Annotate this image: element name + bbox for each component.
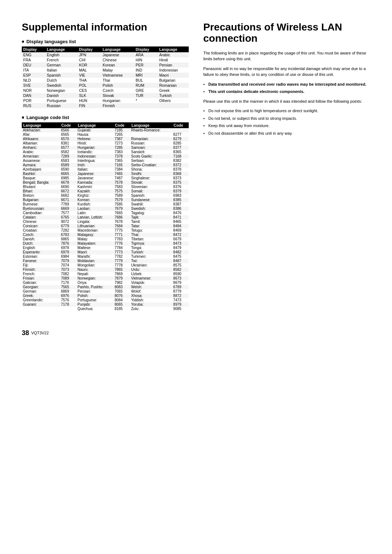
- lang-code-cell: 7285: [114, 146, 130, 150]
- display-lang-cell: FRA: [22, 57, 45, 62]
- lang-code-cell: [22, 307, 60, 311]
- left-column: Supplemental information Display languag…: [22, 22, 189, 311]
- lang-code-cell: 7074: [60, 263, 77, 268]
- lang-code-cell: 7865: [114, 268, 130, 272]
- lang-code-cell: 7065: [114, 289, 130, 294]
- display-lang-cell: Czech: [101, 88, 134, 93]
- lang-code-cell: Danish:: [22, 237, 60, 241]
- lang-code-cell: Arabic:: [22, 150, 60, 154]
- lang-code-cell: 7773: [114, 250, 130, 254]
- lang-code-cell: Faroese:: [22, 259, 60, 263]
- lang-code-cell: 7665: [114, 211, 130, 215]
- lang-code-cell: 7578: [114, 180, 130, 185]
- lang-code-cell: Catalan:: [22, 215, 60, 220]
- lang-code-cell: Xhosa:: [130, 294, 172, 298]
- lang-code-cell: Aymara:: [22, 163, 60, 167]
- lang-code-cell: Slovenian:: [130, 185, 172, 189]
- lang-code-cell: Malay:: [77, 237, 114, 241]
- lang-code-cell: Portuguese:: [77, 298, 114, 302]
- lang-code-cell: 8482: [172, 250, 189, 254]
- lang-code-cell: Serbian:: [130, 159, 172, 163]
- display-lang-cell: Finnish: [101, 103, 134, 108]
- lang-code-cell: Estonian:: [22, 254, 60, 259]
- lang-code-cell: 6984: [60, 254, 77, 259]
- display-lang-cell: KOR: [78, 62, 101, 68]
- lang-code-cell: Tamil:: [130, 220, 172, 224]
- lang-code-cell: Korean:: [77, 198, 114, 202]
- lang-code-cell: 6978: [60, 246, 77, 250]
- lang-code-cell: Ukrainian:: [130, 263, 172, 268]
- lang-code-cell: Georgian:: [22, 285, 60, 289]
- lang-code-cell: Kashmiri:: [77, 185, 114, 189]
- lang-code-cell: 7589: [114, 194, 130, 198]
- display-lang-cell: RUS: [22, 103, 45, 108]
- display-lang-cell: GRE: [134, 88, 158, 93]
- lang-code-cell: 6672: [60, 189, 77, 194]
- lang-code-cell: 7384: [114, 167, 130, 172]
- lang-code-cell: 9072: [60, 220, 77, 224]
- lang-code-cell: 7178: [60, 302, 77, 307]
- display-languages-table: Display Language Display Language Displa…: [22, 46, 189, 108]
- display-lang-cell: Bulgarian: [158, 78, 189, 83]
- lang-code-cell: 7776: [114, 241, 130, 246]
- lang-code-cell: 7684: [114, 224, 130, 228]
- lang-code-cell: Greenlandic:: [22, 298, 60, 302]
- lang-code-cell: Laotian:: [77, 207, 114, 211]
- display-lang-cell: [158, 103, 189, 108]
- display-lang-cell: NOR: [22, 88, 45, 93]
- lang-code-cell: Kazakh:: [77, 189, 114, 194]
- lang-code-cell: Nepali:: [77, 272, 114, 276]
- display-lang-cell: VIE: [78, 73, 101, 78]
- lang-code-cell: 7168: [172, 154, 189, 159]
- lang-code-cell: 8473: [172, 241, 189, 246]
- display-lang-cell: RUM: [134, 83, 158, 88]
- lang-code-cell: Albanian:: [22, 141, 60, 146]
- lang-code-cell: 7782: [114, 254, 130, 259]
- lang-code-cell: Bihari:: [22, 189, 60, 194]
- display-lang-cell: CHI: [78, 57, 101, 62]
- display-lang-cell: Japanese: [101, 52, 134, 57]
- lang-code-cell: 6682: [60, 194, 77, 198]
- display-lang-cell: French: [45, 57, 78, 62]
- lang-code-cell: Russian:: [130, 141, 172, 146]
- lang-code-cell: 7565: [60, 285, 77, 289]
- lang-code-cell: Persian:: [77, 289, 114, 294]
- lang-code-cell: Croatian:: [22, 228, 60, 233]
- display-lang-cell: BUL: [134, 78, 158, 83]
- lang-code-cell: 8382: [172, 159, 189, 163]
- lang-code-cell: Kirghiz:: [77, 194, 114, 198]
- lang-code-cell: Samoan:: [130, 146, 172, 150]
- lang-code-cell: 8185: [114, 307, 130, 311]
- disp-col-h6: Language: [158, 46, 189, 52]
- lang-code-cell: Malagasy:: [77, 233, 114, 237]
- display-lang-cell: IND: [134, 68, 158, 73]
- lang-code-cell: 8386: [172, 207, 189, 211]
- display-lang-cell: SVE: [22, 83, 45, 88]
- lang-code-cell: 8375: [172, 180, 189, 185]
- lang-code-cell: Vietnamese:: [130, 276, 172, 281]
- lang-code-cell: 7073: [60, 268, 77, 272]
- lang-code-cell: Amharic:: [22, 146, 60, 150]
- display-lang-cell: *: [134, 98, 158, 103]
- lang-code-cell: 6983: [172, 194, 189, 198]
- lang-code-cell: 8376: [172, 185, 189, 189]
- display-lang-cell: Swedish: [45, 83, 78, 88]
- lang-code-cell: Tatar:: [130, 224, 172, 228]
- lang-code-cell: 7869: [114, 272, 130, 276]
- lang-code-cell: Tagalog:: [130, 211, 172, 215]
- display-lang-cell: CES: [78, 88, 101, 93]
- disp-col-h1: Display: [22, 46, 45, 52]
- lang-code-cell: 8465: [172, 220, 189, 224]
- lang-code-cell: Bulgarian:: [22, 198, 60, 202]
- page-code: VQT3V22: [31, 331, 49, 335]
- lang-code-cell: 7365: [114, 159, 130, 163]
- lang-code-cell: 7079: [60, 259, 77, 263]
- display-lang-cell: SLK: [78, 93, 101, 98]
- lang-code-cell: Czech:: [22, 233, 60, 237]
- lang-code-cell: Javanese:: [77, 176, 114, 180]
- lang-code-cell: Dutch:: [22, 241, 60, 246]
- lang-code-cell: 7779: [114, 259, 130, 263]
- lang-code-cell: 7378: [114, 154, 130, 159]
- lang-code-cell: 8381: [60, 141, 77, 146]
- lang-code-cell: 7577: [60, 211, 77, 215]
